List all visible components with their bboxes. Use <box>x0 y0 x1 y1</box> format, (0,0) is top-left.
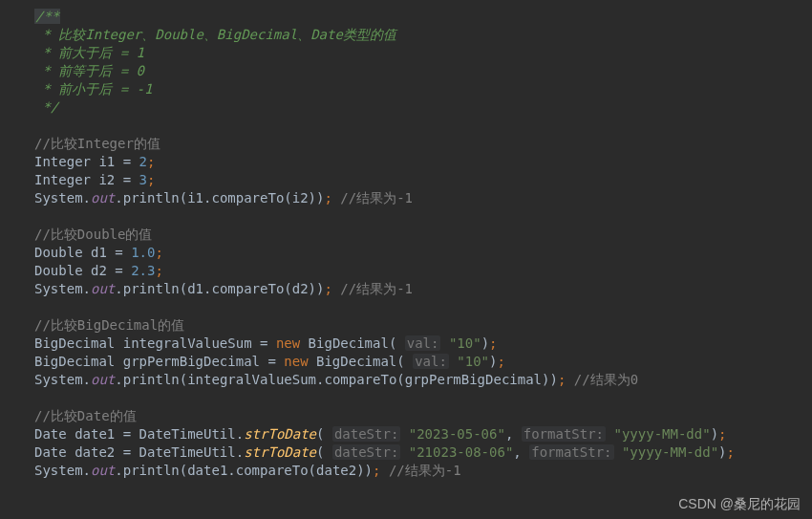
watermark: CSDN @桑尼的花园 <box>678 495 801 513</box>
param-hint: val: <box>413 354 449 369</box>
date-line2-type: Date <box>34 444 75 460</box>
int-line2-type: Integer <box>34 172 98 187</box>
double-line2-type: Double <box>34 263 91 278</box>
param-hint: dateStr: <box>332 426 400 442</box>
doc-l1: * 比较Integer、Double、BigDecimal、Date类型的值 <box>34 27 396 42</box>
bd-line1-type: BigDecimal <box>34 335 123 351</box>
double-line1-type: Double <box>34 245 91 260</box>
int-comment: //比较Integer的值 <box>34 136 160 151</box>
date-print: System. <box>34 463 91 478</box>
doc-l2: * 前大于后 = 1 <box>34 45 144 60</box>
bd-line2-type: BigDecimal <box>34 354 123 369</box>
param-hint: dateStr: <box>332 444 400 460</box>
bd-print: System. <box>34 372 91 387</box>
param-hint: val: <box>405 335 441 351</box>
doc-l3: * 前等于后 = 0 <box>34 63 144 78</box>
param-hint: formatStr: <box>529 444 613 460</box>
int-print: System. <box>34 190 91 205</box>
int-line1-type: Integer <box>34 154 98 169</box>
date-line1-type: Date <box>34 426 75 442</box>
code-block: /** * 比较Integer、Double、BigDecimal、Date类型… <box>0 0 812 480</box>
date-comment: //比较Date的值 <box>34 408 137 423</box>
doc-close: */ <box>34 99 58 115</box>
bigdecimal-comment: //比较BigDecimal的值 <box>34 317 184 333</box>
double-print: System. <box>34 281 91 296</box>
double-comment: //比较Double的值 <box>34 227 152 242</box>
param-hint: formatStr: <box>522 426 606 442</box>
doc-open: /** <box>34 9 60 24</box>
doc-l4: * 前小于后 = -1 <box>34 81 152 97</box>
